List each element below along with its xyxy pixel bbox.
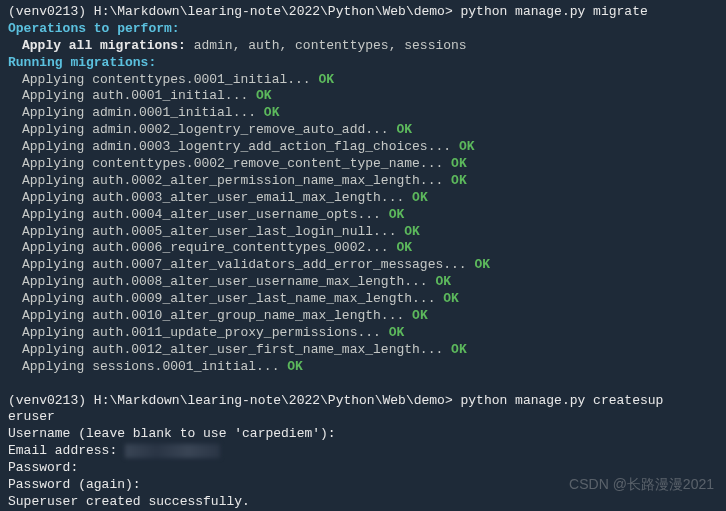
- terminal-output: (venv0213) H:\Markdown\learing-note\2022…: [8, 4, 718, 511]
- migration-text: Applying auth.0004_alter_user_username_o…: [22, 207, 389, 222]
- migration-line: Applying auth.0001_initial... OK: [8, 88, 718, 105]
- working-dir: H:\Markdown\learing-note\2022\Python\Web…: [94, 4, 453, 19]
- migration-line: Applying admin.0002_logentry_remove_auto…: [8, 122, 718, 139]
- migration-status: OK: [459, 139, 475, 154]
- migration-line: Applying contenttypes.0001_initial... OK: [8, 72, 718, 89]
- migration-line: Applying auth.0002_alter_permission_name…: [8, 173, 718, 190]
- migration-status: OK: [318, 72, 334, 87]
- password-again-prompt: Password (again):: [8, 477, 718, 494]
- email-label: Email address:: [8, 443, 125, 458]
- migrations-list: Applying contenttypes.0001_initial... OK…: [8, 72, 718, 376]
- email-line: Email address:: [8, 443, 718, 460]
- migration-line: Applying auth.0008_alter_user_username_m…: [8, 274, 718, 291]
- migration-line: Applying auth.0005_alter_user_last_login…: [8, 224, 718, 241]
- working-dir: H:\Markdown\learing-note\2022\Python\Web…: [94, 393, 453, 408]
- command-text: python manage.py createsup: [461, 393, 664, 408]
- migration-line: Applying admin.0003_logentry_add_action_…: [8, 139, 718, 156]
- migration-status: OK: [396, 122, 412, 137]
- command-wrap: eruser: [8, 409, 718, 426]
- migration-status: OK: [389, 325, 405, 340]
- migration-status: OK: [474, 257, 490, 272]
- migration-text: Applying contenttypes.0001_initial...: [22, 72, 318, 87]
- migration-status: OK: [435, 274, 451, 289]
- command-prompt-1: (venv0213) H:\Markdown\learing-note\2022…: [8, 4, 718, 21]
- migration-line: Applying contenttypes.0002_remove_conten…: [8, 156, 718, 173]
- migration-text: Applying auth.0002_alter_permission_name…: [22, 173, 451, 188]
- running-header: Running migrations:: [8, 55, 718, 72]
- venv-name: (venv0213): [8, 393, 86, 408]
- migration-text: Applying auth.0001_initial...: [22, 88, 256, 103]
- migration-text: Applying sessions.0001_initial...: [22, 359, 287, 374]
- success-message: Superuser created successfully.: [8, 494, 718, 511]
- migration-line: Applying auth.0010_alter_group_name_max_…: [8, 308, 718, 325]
- migration-line: Applying auth.0012_alter_user_first_name…: [8, 342, 718, 359]
- migration-text: Applying auth.0011_update_proxy_permissi…: [22, 325, 389, 340]
- migration-line: Applying admin.0001_initial... OK: [8, 105, 718, 122]
- migration-line: Applying auth.0004_alter_user_username_o…: [8, 207, 718, 224]
- migration-line: Applying auth.0007_alter_validators_add_…: [8, 257, 718, 274]
- migration-text: Applying admin.0002_logentry_remove_auto…: [22, 122, 396, 137]
- migration-status: OK: [451, 156, 467, 171]
- command-text: python manage.py migrate: [461, 4, 648, 19]
- migration-status: OK: [451, 173, 467, 188]
- migration-text: Applying admin.0001_initial...: [22, 105, 264, 120]
- migration-text: Applying auth.0012_alter_user_first_name…: [22, 342, 451, 357]
- migration-text: Applying auth.0007_alter_validators_add_…: [22, 257, 474, 272]
- migration-status: OK: [287, 359, 303, 374]
- apply-all-label: Apply all migrations:: [22, 38, 186, 53]
- operations-header: Operations to perform:: [8, 21, 718, 38]
- migration-text: Applying auth.0008_alter_user_username_m…: [22, 274, 435, 289]
- migration-text: Applying auth.0006_require_contenttypes_…: [22, 240, 396, 255]
- migration-status: OK: [264, 105, 280, 120]
- migration-status: OK: [443, 291, 459, 306]
- migration-status: OK: [396, 240, 412, 255]
- apply-all-list: admin, auth, contenttypes, sessions: [186, 38, 467, 53]
- migration-status: OK: [451, 342, 467, 357]
- migration-text: Applying auth.0010_alter_group_name_max_…: [22, 308, 412, 323]
- migration-status: OK: [412, 308, 428, 323]
- migration-status: OK: [404, 224, 420, 239]
- migration-text: Applying auth.0005_alter_user_last_login…: [22, 224, 404, 239]
- command-prompt-2: (venv0213) H:\Markdown\learing-note\2022…: [8, 393, 718, 410]
- migration-line: Applying auth.0009_alter_user_last_name_…: [8, 291, 718, 308]
- email-value-redacted: [125, 444, 220, 458]
- migration-status: OK: [412, 190, 428, 205]
- venv-name: (venv0213): [8, 4, 86, 19]
- migration-status: OK: [256, 88, 272, 103]
- apply-all-line: Apply all migrations: admin, auth, conte…: [8, 38, 718, 55]
- password-prompt: Password:: [8, 460, 718, 477]
- migration-line: Applying auth.0003_alter_user_email_max_…: [8, 190, 718, 207]
- migration-text: Applying auth.0003_alter_user_email_max_…: [22, 190, 412, 205]
- migration-text: Applying admin.0003_logentry_add_action_…: [22, 139, 459, 154]
- blank-line: [8, 376, 718, 393]
- migration-line: Applying sessions.0001_initial... OK: [8, 359, 718, 376]
- username-prompt: Username (leave blank to use 'carpediem'…: [8, 426, 718, 443]
- migration-status: OK: [389, 207, 405, 222]
- migration-line: Applying auth.0011_update_proxy_permissi…: [8, 325, 718, 342]
- migration-line: Applying auth.0006_require_contenttypes_…: [8, 240, 718, 257]
- migration-text: Applying contenttypes.0002_remove_conten…: [22, 156, 451, 171]
- migration-text: Applying auth.0009_alter_user_last_name_…: [22, 291, 443, 306]
